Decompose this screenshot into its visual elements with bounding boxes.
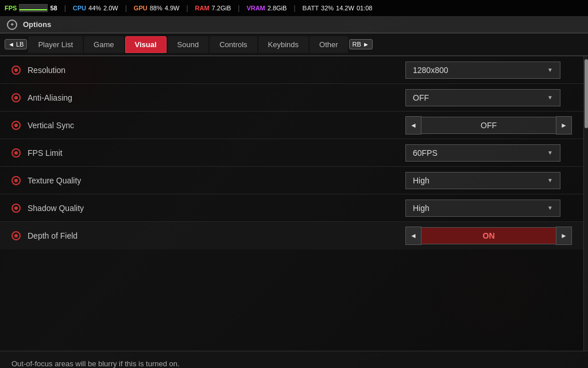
vsync-right-arrow[interactable]: ► xyxy=(556,116,572,135)
cpu-pct: 44% xyxy=(88,5,101,12)
cpu-label: CPU xyxy=(73,5,86,12)
gpu-pct: 88% xyxy=(150,5,163,12)
fps-limit-value: 60FPS xyxy=(413,148,438,158)
shadow-quality-dropdown-arrow: ▼ xyxy=(547,205,553,211)
batt-display: BATT 32% 14.2W 01:08 xyxy=(303,5,373,12)
fps-display: FPS 58 xyxy=(5,4,57,12)
vsync-label: Vertical Sync xyxy=(28,121,405,130)
tab-controls[interactable]: Controls xyxy=(210,36,257,53)
texture-quality-control[interactable]: High ▼ xyxy=(405,172,572,189)
anti-aliasing-value: OFF xyxy=(413,93,429,102)
window-title: Options xyxy=(23,20,51,29)
fps-limit-icon xyxy=(11,148,21,158)
tab-player-list[interactable]: Player List xyxy=(28,36,83,53)
dof-value: ON xyxy=(421,227,556,244)
resolution-icon xyxy=(11,66,21,75)
texture-quality-dropdown[interactable]: High ▼ xyxy=(405,172,560,189)
ram-label: RAM xyxy=(195,5,210,12)
dof-row: Depth of Field ◄ ON ► xyxy=(0,222,583,250)
texture-quality-value: High xyxy=(413,176,430,185)
resolution-dropdown-arrow: ▼ xyxy=(547,67,553,73)
vsync-value: OFF xyxy=(421,117,556,134)
anti-aliasing-control[interactable]: OFF ▼ xyxy=(405,89,572,106)
cpu-display: CPU 44% 2.0W xyxy=(73,5,118,12)
fps-graph xyxy=(19,4,48,12)
vram-display: VRAM 2.8GiB xyxy=(246,5,287,12)
tab-sound[interactable]: Sound xyxy=(168,36,209,53)
clock-time: 01:08 xyxy=(357,5,373,12)
description-bar: Out-of-focus areas will be blurry if thi… xyxy=(0,351,588,368)
tab-bar: ◄ LB Player List Game Visual Sound Contr… xyxy=(0,33,588,56)
anti-aliasing-row: Anti-Aliasing OFF ▼ xyxy=(0,84,583,112)
shadow-quality-row: Shadow Quality High ▼ xyxy=(0,194,583,222)
vsync-control: ◄ OFF ► xyxy=(405,116,572,135)
description-text: Out-of-focus areas will be blurry if thi… xyxy=(11,359,180,368)
shadow-quality-control[interactable]: High ▼ xyxy=(405,200,572,217)
scroll-track[interactable] xyxy=(583,56,588,351)
dof-label: Depth of Field xyxy=(28,231,405,240)
vram-label: VRAM xyxy=(246,5,265,12)
anti-aliasing-icon xyxy=(11,93,21,102)
gpu-label: GPU xyxy=(134,5,148,12)
scroll-thumb[interactable] xyxy=(585,59,588,128)
fps-limit-row: FPS Limit 60FPS ▼ xyxy=(0,139,583,167)
vsync-icon xyxy=(11,121,21,130)
vsync-left-arrow[interactable]: ◄ xyxy=(405,116,421,135)
anti-aliasing-label: Anti-Aliasing xyxy=(28,93,405,102)
batt-watts: 14.2W xyxy=(336,5,354,12)
resolution-value: 1280x800 xyxy=(413,66,448,75)
anti-aliasing-dropdown[interactable]: OFF ▼ xyxy=(405,89,560,106)
dof-left-arrow[interactable]: ◄ xyxy=(405,227,421,245)
settings-area: Resolution 1280x800 ▼ Anti-Aliasing OFF … xyxy=(0,56,583,351)
dof-control: ◄ ON ► xyxy=(405,227,572,245)
shadow-quality-label: Shadow Quality xyxy=(28,204,405,213)
tab-visual[interactable]: Visual xyxy=(125,36,167,53)
batt-label: BATT xyxy=(303,5,319,12)
texture-quality-icon xyxy=(11,176,21,185)
shadow-quality-value: High xyxy=(413,204,430,213)
rb-button[interactable]: RB ► xyxy=(349,39,373,49)
tab-other[interactable]: Other xyxy=(310,36,348,53)
hud-bar: FPS 58 | CPU 44% 2.0W | GPU 88% 4.9W | R… xyxy=(0,0,588,16)
vram-val: 2.8GiB xyxy=(268,5,287,12)
fps-value: 58 xyxy=(50,5,57,12)
fps-label: FPS xyxy=(5,5,17,12)
vsync-row: Vertical Sync ◄ OFF ► xyxy=(0,112,583,139)
texture-quality-label: Texture Quality xyxy=(28,176,405,185)
gpu-display: GPU 88% 4.9W xyxy=(134,5,180,12)
options-panel: ✦ Options ◄ LB Player List Game Visual S… xyxy=(0,16,588,368)
resolution-control[interactable]: 1280x800 ▼ xyxy=(405,62,572,79)
shadow-quality-icon xyxy=(11,204,21,213)
resolution-label: Resolution xyxy=(28,66,405,75)
gpu-watts: 4.9W xyxy=(165,5,180,12)
ram-val: 7.2GiB xyxy=(212,5,231,12)
batt-pct: 32% xyxy=(321,5,334,12)
anti-aliasing-dropdown-arrow: ▼ xyxy=(547,94,553,101)
main-content: Resolution 1280x800 ▼ Anti-Aliasing OFF … xyxy=(0,56,588,351)
texture-quality-dropdown-arrow: ▼ xyxy=(547,177,553,183)
fps-limit-control[interactable]: 60FPS ▼ xyxy=(405,144,572,162)
texture-quality-row: Texture Quality High ▼ xyxy=(0,167,583,194)
tab-game[interactable]: Game xyxy=(84,36,123,53)
resolution-row: Resolution 1280x800 ▼ xyxy=(0,56,583,84)
tab-keybinds[interactable]: Keybinds xyxy=(258,36,308,53)
fps-limit-dropdown-arrow: ▼ xyxy=(547,150,553,156)
title-bar: ✦ Options xyxy=(0,16,588,33)
dof-right-arrow[interactable]: ► xyxy=(556,227,572,245)
shadow-quality-dropdown[interactable]: High ▼ xyxy=(405,200,560,217)
fps-limit-dropdown[interactable]: 60FPS ▼ xyxy=(405,144,560,162)
cpu-watts: 2.0W xyxy=(103,5,118,12)
lb-button[interactable]: ◄ LB xyxy=(5,39,27,49)
ram-display: RAM 7.2GiB xyxy=(195,5,231,12)
options-icon: ✦ xyxy=(7,20,17,30)
fps-limit-label: FPS Limit xyxy=(28,148,405,158)
resolution-dropdown[interactable]: 1280x800 ▼ xyxy=(405,62,560,79)
dof-icon xyxy=(11,231,21,240)
